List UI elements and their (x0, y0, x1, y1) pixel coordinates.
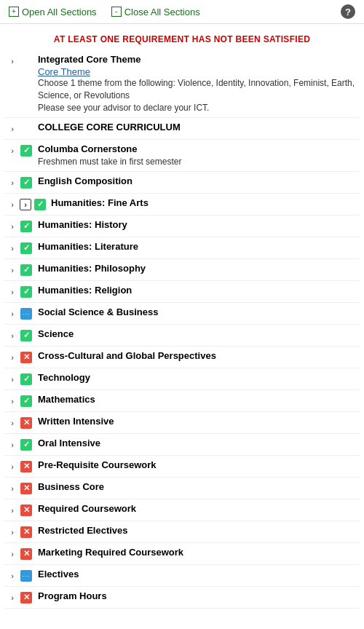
req-title: Required Coursework (38, 502, 358, 515)
x-icon: ✕ (19, 503, 33, 518)
list-item: ›✓Mathematics (4, 390, 360, 412)
check-icon: ✓ (19, 438, 33, 452)
req-content: Humanities: Literature (38, 240, 358, 253)
req-title: Science (38, 328, 358, 341)
chevron-icon[interactable]: › (6, 438, 19, 452)
req-content: Electives (38, 568, 358, 581)
req-content: Columba CornerstoneFreshmen must take in… (38, 143, 358, 168)
chevron-icon[interactable]: › (6, 481, 19, 496)
chevron-icon[interactable]: › (6, 328, 19, 343)
req-title: Electives (38, 568, 358, 581)
chevron-icon[interactable]: › (6, 372, 19, 387)
chevron-icon[interactable]: › (6, 143, 19, 158)
x-icon: ✕ (19, 547, 33, 561)
top-bar: + Open All Sections - Close All Sections… (0, 0, 364, 24)
list-item: ›✓Humanities: Religion (4, 281, 360, 303)
list-item: ›···Social Science & Business (4, 303, 360, 325)
req-title: Columba Cornerstone (38, 143, 358, 156)
chevron-icon[interactable]: › (6, 241, 19, 256)
list-item: ›COLLEGE CORE CURRICULUM (4, 118, 360, 140)
chevron-icon[interactable]: › (6, 416, 19, 430)
chevron-icon[interactable]: › (6, 263, 19, 277)
list-item: ›✓Humanities: Philosophy (4, 259, 360, 281)
list-item: ›✓Technology (4, 368, 360, 390)
req-title: Humanities: History (38, 218, 358, 232)
check-icon: ✓ (19, 263, 33, 277)
req-title: Cross-Cultural and Global Perspectives (38, 349, 358, 363)
req-content: Cross-Cultural and Global Perspectives (38, 349, 358, 363)
chevron-icon[interactable]: › (6, 547, 19, 561)
chevron-icon[interactable]: › (6, 197, 19, 212)
req-content: Humanities: Religion (38, 284, 358, 297)
list-item: ››✓Humanities: Fine Arts (4, 194, 360, 215)
req-subtitle: Freshmen must take in first semester (38, 156, 358, 168)
open-all-sections-button[interactable]: + Open All Sections (9, 7, 97, 17)
close-all-icon: - (111, 7, 122, 17)
req-title: Integrated Core Theme (38, 53, 358, 66)
list-item: ›✓Oral Intensive (4, 434, 360, 456)
req-content: Science (38, 328, 358, 341)
chevron-icon[interactable]: › (6, 525, 19, 539)
req-content: Technology (38, 371, 358, 384)
list-item: ›✓Science (4, 325, 360, 347)
chevron-icon[interactable]: › (6, 569, 19, 583)
req-content: Required Coursework (38, 502, 358, 515)
chevron-icon[interactable]: › (6, 394, 19, 408)
req-content: Mathematics (38, 393, 358, 406)
req-title: Mathematics (38, 393, 358, 406)
req-title-link[interactable]: Core Theme (38, 66, 90, 77)
check-icon: ✓ (19, 219, 33, 234)
req-title: Marketing Required Coursework (38, 546, 358, 559)
req-content: Written Intensive (38, 415, 358, 428)
check-icon: ✓ (19, 394, 33, 408)
req-content: Humanities: History (38, 218, 358, 232)
chevron-icon[interactable]: › (6, 503, 19, 518)
chevron-icon[interactable]: › (6, 285, 19, 299)
list-item: ›···Electives (4, 565, 360, 587)
check-icon: ✓ (19, 328, 33, 343)
req-title: Humanities: Philosophy (38, 262, 358, 275)
chevron-icon[interactable]: › (6, 122, 19, 136)
expand-icon[interactable]: › (20, 199, 31, 210)
requirement-list: ›Integrated Core ThemeCore ThemeChoose 1… (0, 50, 364, 609)
chevron-icon[interactable]: › (6, 306, 19, 321)
x-icon: ✕ (19, 459, 33, 474)
list-item: ›✕Business Core (4, 478, 360, 499)
req-content: Humanities: Philosophy (38, 262, 358, 275)
req-title: Humanities: Fine Arts (51, 197, 358, 210)
chevron-icon[interactable]: › (6, 459, 19, 474)
req-content: Business Core (38, 480, 358, 494)
req-content: Humanities: Fine Arts (51, 197, 358, 210)
empty-status-icon (19, 54, 33, 68)
req-title: Business Core (38, 480, 358, 494)
list-item: ›✓Humanities: History (4, 215, 360, 237)
alert-banner: AT LEAST ONE REQUIREMENT HAS NOT BEEN SA… (0, 24, 364, 50)
req-title: Humanities: Literature (38, 240, 358, 253)
req-title: COLLEGE CORE CURRICULUM (38, 121, 358, 134)
req-content: Restricted Electives (38, 524, 358, 537)
req-content: Program Hours (38, 590, 358, 603)
req-title: Pre-Requisite Coursework (38, 459, 358, 472)
check-icon: ✓ (19, 285, 33, 299)
chevron-icon[interactable]: › (6, 590, 19, 605)
req-content: Integrated Core ThemeCore ThemeChoose 1 … (38, 53, 358, 114)
req-content: English Composition (38, 175, 358, 188)
req-content: Social Science & Business (38, 306, 358, 319)
chevron-icon[interactable]: › (6, 54, 19, 68)
req-title: Written Intensive (38, 415, 358, 428)
req-content: Pre-Requisite Coursework (38, 459, 358, 472)
req-title: Technology (38, 371, 358, 384)
help-button[interactable]: ? (341, 4, 355, 19)
list-item: ›✕Cross-Cultural and Global Perspectives (4, 347, 360, 368)
req-title: English Composition (38, 175, 358, 188)
list-item: ›✕Written Intensive (4, 412, 360, 434)
check-icon: ✓ (19, 241, 33, 256)
close-all-sections-button[interactable]: - Close All Sections (111, 7, 200, 17)
req-title: Humanities: Religion (38, 284, 358, 297)
req-title: Program Hours (38, 590, 358, 603)
chevron-icon[interactable]: › (6, 175, 19, 190)
list-item: ›✕Program Hours (4, 587, 360, 609)
chevron-icon[interactable]: › (6, 350, 19, 365)
req-content: Marketing Required Coursework (38, 546, 358, 559)
chevron-icon[interactable]: › (6, 219, 19, 234)
